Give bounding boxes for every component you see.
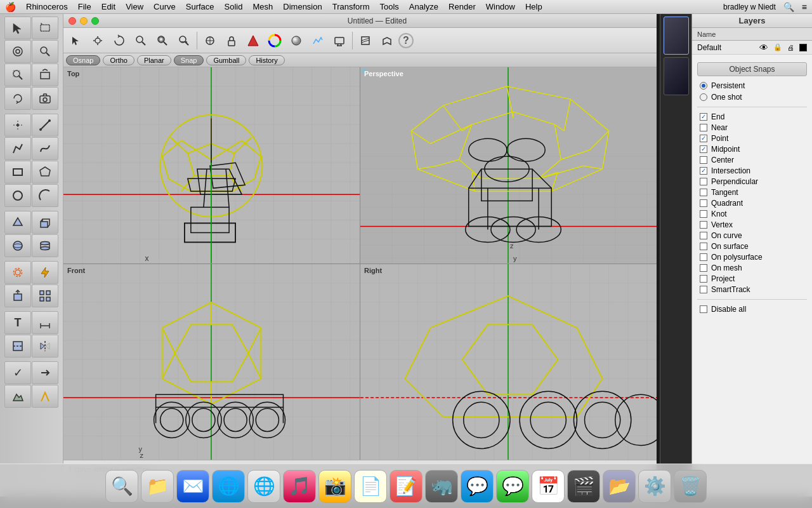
toolbar-help[interactable]: ? <box>398 33 414 48</box>
center-checkbox[interactable] <box>700 156 707 164</box>
midpoint-checkbox[interactable] <box>700 145 707 153</box>
toolbar-display[interactable] <box>329 30 350 51</box>
quadrant-checkbox[interactable] <box>700 199 707 207</box>
menu-surface[interactable]: Surface <box>186 2 214 11</box>
array-tool[interactable] <box>32 284 58 307</box>
default-layer-row[interactable]: Default 👁 🔒 🖨 <box>692 41 812 55</box>
select-tool[interactable] <box>4 17 31 39</box>
intersection-snap-item[interactable]: Intersection <box>700 166 807 175</box>
zoom-tool[interactable] <box>32 40 58 63</box>
gumball-button[interactable]: Gumball <box>206 55 246 65</box>
dock-photos[interactable]: 📸 <box>318 470 351 503</box>
zoom-extents-tool[interactable] <box>32 64 58 86</box>
polygon-tool[interactable] <box>32 161 58 184</box>
quadrant-snap-item[interactable]: Quadrant <box>700 199 807 208</box>
knot-checkbox[interactable] <box>700 210 707 218</box>
onsurface-checkbox[interactable] <box>700 243 707 250</box>
smarttrack-snap-item[interactable]: SmartTrack <box>700 285 807 294</box>
ortho-button[interactable]: Ortho <box>103 55 134 65</box>
menu-tools[interactable]: Tools <box>379 2 398 11</box>
vertex-snap-item[interactable]: Vertex <box>700 220 807 229</box>
thumbnail-2[interactable] <box>664 57 689 95</box>
arc-tool[interactable] <box>32 184 58 207</box>
menu-render[interactable]: Render <box>449 2 476 11</box>
knot-snap-item[interactable]: Knot <box>700 210 807 218</box>
menu-window[interactable]: Window <box>486 2 515 11</box>
viewport-top[interactable]: Top <box>63 67 360 264</box>
search-icon[interactable]: 🔍 <box>783 2 794 12</box>
menu-analyze[interactable]: Analyze <box>409 2 438 11</box>
zoom-window-tool[interactable] <box>4 64 31 86</box>
smarttrack-checkbox[interactable] <box>700 286 707 293</box>
end-snap-item[interactable]: End <box>700 112 807 121</box>
point-tool[interactable] <box>4 114 31 137</box>
toolbar-zoom-all[interactable] <box>174 30 194 51</box>
toolbar-rotate[interactable] <box>109 30 129 51</box>
toolbar-rendered[interactable] <box>286 30 306 51</box>
toolbar-lock[interactable] <box>221 30 242 51</box>
onsurface-snap-item[interactable]: On surface <box>700 242 807 251</box>
dock-folder[interactable]: 📂 <box>603 470 636 503</box>
menu-edit[interactable]: Edit <box>102 2 115 11</box>
oneshot-option[interactable]: One shot <box>700 93 807 102</box>
box-tool[interactable] <box>32 211 58 234</box>
apple-menu[interactable]: 🍎 <box>5 2 16 12</box>
vertex-checkbox[interactable] <box>700 221 707 229</box>
menu-mesh[interactable]: Mesh <box>253 2 273 11</box>
oncurve-snap-item[interactable]: On curve <box>700 231 807 240</box>
viewport-right[interactable]: Right <box>360 264 657 460</box>
lightning-tool[interactable] <box>32 261 58 284</box>
onmesh-checkbox[interactable] <box>700 264 707 272</box>
perpendicular-checkbox[interactable] <box>700 178 707 185</box>
near-snap-item[interactable]: Near <box>700 123 807 132</box>
menu-dimension[interactable]: Dimension <box>283 2 322 11</box>
rotate-view-tool[interactable] <box>4 87 31 110</box>
viewport-front[interactable]: Front <box>63 264 360 460</box>
disable-all-checkbox[interactable] <box>700 305 707 313</box>
toolbar-analysis[interactable] <box>308 30 328 51</box>
toolbar-grid[interactable] <box>355 30 376 51</box>
planar-button[interactable]: Planar <box>137 55 171 65</box>
circle-tool[interactable] <box>4 184 31 207</box>
dimension-tool[interactable] <box>32 311 58 334</box>
menu-extra-icon[interactable]: ≡ <box>802 2 807 12</box>
dock-mail[interactable]: ✉️ <box>176 470 209 503</box>
polyline-tool[interactable] <box>4 137 31 160</box>
layer-render-icon[interactable]: 🖨 <box>787 44 794 51</box>
toolbar-cplane[interactable] <box>377 30 397 51</box>
project-checkbox[interactable] <box>700 275 707 283</box>
onpolysurface-checkbox[interactable] <box>700 253 707 261</box>
toolbar-color-wheel[interactable] <box>265 30 285 51</box>
rectangle-tool[interactable] <box>4 161 31 184</box>
onmesh-snap-item[interactable]: On mesh <box>700 264 807 272</box>
dock-trash[interactable]: 🗑️ <box>674 470 707 503</box>
menu-help[interactable]: Help <box>525 2 542 11</box>
toolbar-zoom-extents[interactable] <box>152 30 173 51</box>
gear-tool[interactable] <box>4 261 31 284</box>
layer-visible-icon[interactable]: 👁 <box>759 43 768 53</box>
maximize-button[interactable] <box>91 17 99 25</box>
menu-rhinoceros[interactable]: Rhinoceros <box>26 2 68 11</box>
disable-all-item[interactable]: Disable all <box>697 305 807 314</box>
minimize-button[interactable] <box>80 17 88 25</box>
project-snap-item[interactable]: Project <box>700 274 807 283</box>
point-snap-item[interactable]: Point <box>700 134 807 143</box>
toolbar-select[interactable] <box>66 30 86 51</box>
viewport-perspective[interactable]: Perspective <box>360 67 657 264</box>
text-tool[interactable]: T <box>4 311 31 334</box>
section-tool[interactable] <box>4 335 31 358</box>
osnap-button[interactable]: Osnap <box>66 55 100 65</box>
tangent-snap-item[interactable]: Tangent <box>700 188 807 197</box>
dock-skype[interactable]: 💬 <box>461 470 494 503</box>
freeform-tool[interactable] <box>32 137 58 160</box>
dock-preview[interactable]: 📄 <box>354 470 387 503</box>
intersection-checkbox[interactable] <box>700 167 707 175</box>
toolbar-object-snap[interactable] <box>200 30 220 51</box>
dock-messages[interactable]: 💬 <box>496 470 529 503</box>
menu-file[interactable]: File <box>78 2 91 11</box>
close-button[interactable] <box>69 17 76 25</box>
oncurve-checkbox[interactable] <box>700 232 707 239</box>
perpendicular-snap-item[interactable]: Perpendicular <box>700 177 807 186</box>
layer-color-swatch[interactable] <box>799 44 807 51</box>
snap-button[interactable]: Snap <box>174 55 204 65</box>
